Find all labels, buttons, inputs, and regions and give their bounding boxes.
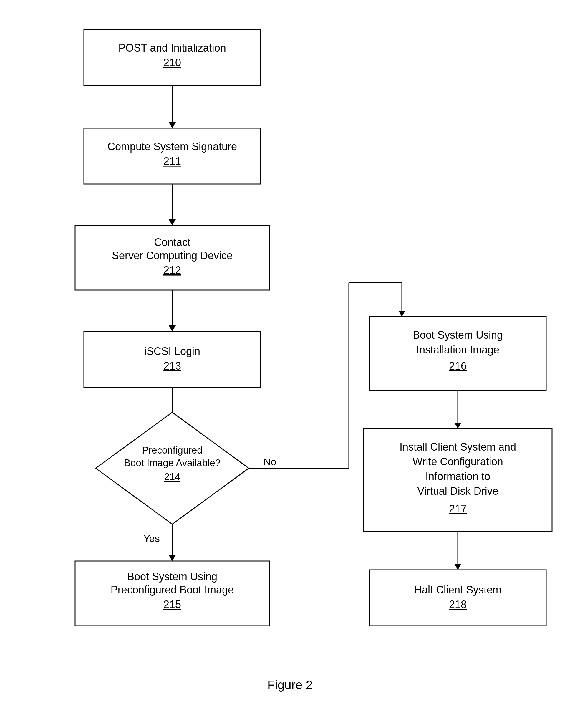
svg-marker-9 <box>169 219 176 225</box>
svg-text:Boot Image Available?: Boot Image Available? <box>124 457 220 468</box>
svg-marker-15 <box>169 326 176 331</box>
svg-marker-4 <box>169 122 176 128</box>
svg-text:215: 215 <box>163 598 181 610</box>
svg-text:Figure 2: Figure 2 <box>267 678 313 692</box>
svg-text:217: 217 <box>449 503 467 515</box>
svg-text:213: 213 <box>163 360 181 372</box>
svg-text:Virtual Disk Drive: Virtual Disk Drive <box>417 485 498 497</box>
svg-text:211: 211 <box>163 155 181 167</box>
svg-marker-21 <box>96 412 249 524</box>
svg-text:No: No <box>264 456 276 467</box>
svg-rect-16 <box>84 331 261 387</box>
svg-text:Information to: Information to <box>425 470 490 483</box>
flowchart-svg: POST and Initialization 210 Compute Syst… <box>25 18 555 710</box>
svg-text:Yes: Yes <box>143 533 160 544</box>
svg-text:216: 216 <box>449 360 467 372</box>
svg-text:POST and Initialization: POST and Initialization <box>118 42 226 54</box>
svg-text:Boot System Using: Boot System Using <box>127 570 217 582</box>
svg-text:210: 210 <box>163 56 181 69</box>
svg-text:Preconfigured Boot Image: Preconfigured Boot Image <box>111 584 234 596</box>
svg-marker-37 <box>398 311 405 317</box>
svg-marker-43 <box>454 423 462 428</box>
svg-text:Boot System Using: Boot System Using <box>413 329 503 341</box>
flowchart: POST and Initialization 210 Compute Syst… <box>25 18 555 711</box>
svg-text:Installation Image: Installation Image <box>416 344 499 356</box>
svg-text:Preconfigured: Preconfigured <box>142 445 202 456</box>
svg-text:214: 214 <box>164 471 180 482</box>
svg-text:Server Computing Device: Server Computing Device <box>112 250 233 261</box>
svg-marker-51 <box>454 564 462 570</box>
svg-text:Compute System Signature: Compute System Signature <box>107 140 237 153</box>
svg-text:Halt Client System: Halt Client System <box>414 584 501 596</box>
svg-text:Install Client System and: Install Client System and <box>399 441 516 453</box>
svg-text:iSCSI Login: iSCSI Login <box>144 345 200 357</box>
svg-text:212: 212 <box>163 264 181 276</box>
svg-text:218: 218 <box>449 598 467 610</box>
svg-rect-52 <box>369 570 546 626</box>
svg-text:Write Configuration: Write Configuration <box>413 456 503 468</box>
svg-text:Contact: Contact <box>154 236 190 248</box>
svg-marker-27 <box>169 555 176 561</box>
